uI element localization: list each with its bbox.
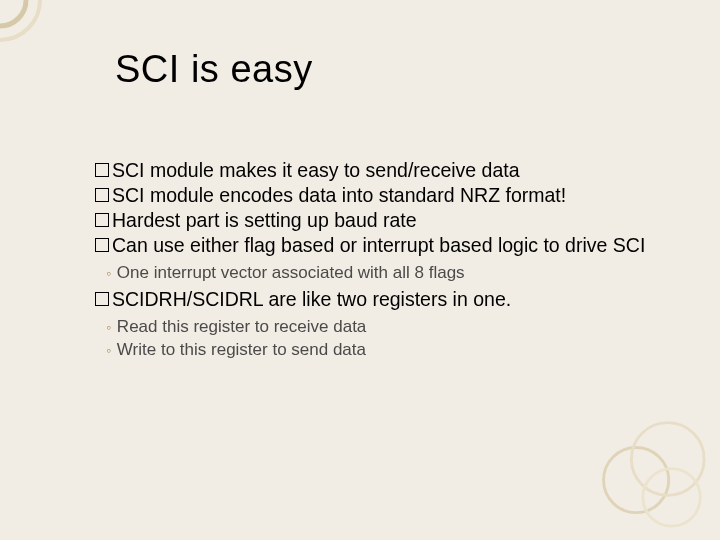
sub-list: ◦ Read this register to receive data ◦ W… [95,316,660,362]
bullet-item: SCI module makes it easy to send/receive… [95,158,660,183]
bullet-item: SCI module encodes data into standard NR… [95,183,660,208]
checkbox-icon [95,188,109,202]
sub-text: One interrupt vector associated with all… [117,263,465,282]
sub-list: ◦ One interrupt vector associated with a… [95,262,660,285]
rings-decoration [593,413,708,528]
ring-bullet-icon: ◦ [106,342,117,358]
ring-bullet-icon: ◦ [106,319,117,335]
svg-point-0 [604,448,669,513]
sub-item: ◦ Read this register to receive data [95,316,660,339]
sub-text: Write to this register to send data [117,340,366,359]
sub-item: ◦ One interrupt vector associated with a… [95,262,660,285]
slide-body: SCI module makes it easy to send/receive… [95,158,660,364]
bullet-item: Hardest part is setting up baud rate [95,208,660,233]
bullet-text: SCI module makes it easy to send/receive… [112,159,520,181]
bullet-text: Can use either flag based or interrupt b… [112,234,645,256]
checkbox-icon [95,238,109,252]
svg-point-2 [643,469,701,526]
svg-point-1 [631,423,704,496]
corner-decoration [0,0,60,50]
bullet-item: SCIDRH/SCIDRL are like two registers in … [95,287,660,312]
ring-bullet-icon: ◦ [106,265,117,281]
bullet-text: SCIDRH/SCIDRL are like two registers in … [112,288,511,310]
sub-item: ◦ Write to this register to send data [95,339,660,362]
bullet-item: Can use either flag based or interrupt b… [95,233,660,258]
checkbox-icon [95,213,109,227]
slide-title: SCI is easy [115,48,313,91]
bullet-text: Hardest part is setting up baud rate [112,209,417,231]
bullet-text: SCI module encodes data into standard NR… [112,184,566,206]
checkbox-icon [95,163,109,177]
slide: SCI is easy SCI module makes it easy to … [0,0,720,540]
sub-text: Read this register to receive data [117,317,366,336]
checkbox-icon [95,292,109,306]
